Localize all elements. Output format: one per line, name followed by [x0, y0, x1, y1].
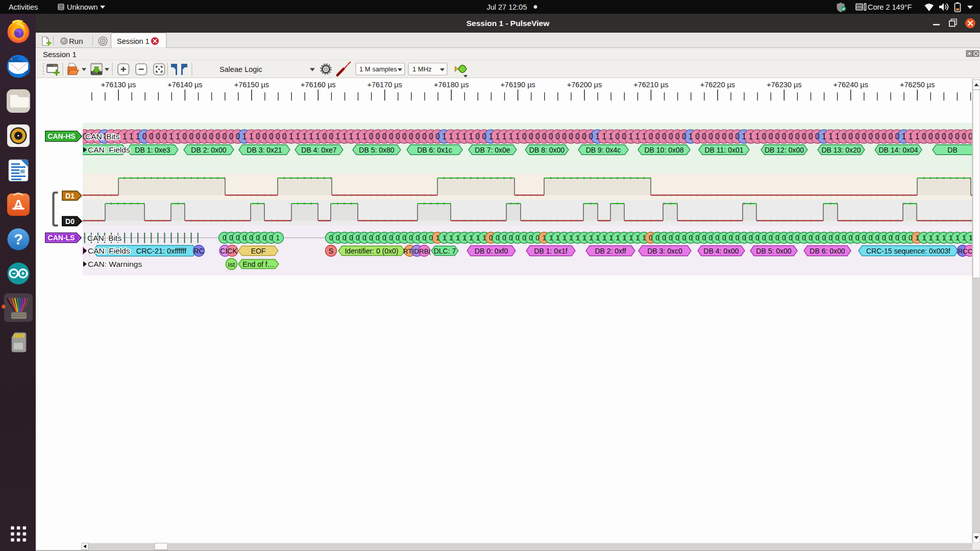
svg-text:0: 0	[256, 132, 260, 141]
svg-text:+76180 µs: +76180 µs	[434, 81, 469, 89]
svg-text:0: 0	[795, 234, 799, 242]
svg-text:DB: DB	[947, 146, 957, 154]
svg-text:1: 1	[909, 132, 913, 141]
svg-text:0: 0	[722, 132, 726, 141]
svg-text:0: 0	[389, 234, 393, 242]
svg-text:0: 0	[749, 234, 753, 242]
svg-text:0: 0	[162, 132, 167, 141]
svg-text:+76230 µs: +76230 µs	[767, 81, 801, 89]
svg-text:Core 2 149°F: Core 2 149°F	[868, 3, 912, 11]
svg-text:0: 0	[736, 234, 740, 242]
svg-text:1: 1	[602, 132, 606, 141]
svg-text:0: 0	[689, 234, 693, 242]
svg-text:DB 5: 0x80: DB 5: 0x80	[359, 146, 394, 154]
svg-text:A: A	[13, 197, 23, 213]
svg-text:0: 0	[242, 234, 247, 242]
svg-text:S: S	[329, 247, 333, 255]
svg-text:1: 1	[289, 132, 293, 141]
svg-text:0: 0	[349, 234, 353, 242]
svg-text:0: 0	[755, 234, 760, 242]
svg-text:1: 1	[542, 234, 546, 242]
svg-text:1: 1	[169, 132, 174, 141]
svg-text:0: 0	[695, 132, 700, 141]
svg-text:0: 0	[922, 132, 926, 141]
svg-text:CAN: Bits: CAN: Bits	[87, 234, 121, 242]
svg-text:1: 1	[942, 234, 946, 242]
svg-text:0: 0	[868, 132, 873, 141]
svg-text:DB 3: 0x21: DB 3: 0x21	[247, 146, 282, 154]
svg-text:0: 0	[662, 132, 667, 141]
svg-text:1: 1	[335, 132, 340, 141]
svg-text:0: 0	[376, 132, 380, 141]
svg-text:0: 0	[329, 234, 333, 242]
svg-text:0: 0	[376, 234, 380, 242]
svg-text:0: 0	[422, 132, 427, 141]
svg-text:Activities: Activities	[9, 3, 38, 11]
svg-text:0: 0	[529, 132, 533, 141]
svg-text:1: 1	[242, 132, 247, 141]
svg-text:0: 0	[708, 132, 713, 141]
svg-text:0: 0	[855, 132, 860, 141]
svg-text:0: 0	[535, 234, 540, 242]
svg-text:RCC: RCC	[958, 247, 972, 255]
svg-text:1: 1	[642, 234, 646, 242]
svg-text:ist: ist	[228, 261, 235, 268]
svg-text:Identifier: 0 (0x0): Identifier: 0 (0x0)	[345, 247, 398, 255]
svg-text:+76250 µs: +76250 µs	[900, 81, 935, 89]
svg-text:0: 0	[569, 132, 573, 141]
svg-text:+76160 µs: +76160 µs	[301, 81, 335, 89]
svg-text:0: 0	[276, 132, 280, 141]
svg-text:0: 0	[409, 132, 413, 141]
svg-text:1: 1	[935, 234, 939, 242]
svg-text:1: 1	[469, 234, 473, 242]
svg-text:1: 1	[495, 132, 500, 141]
svg-text:CAN: Bits: CAN: Bits	[85, 132, 119, 141]
svg-text:1: 1	[449, 234, 453, 242]
svg-text:0: 0	[762, 234, 766, 242]
svg-text:0: 0	[789, 132, 793, 141]
svg-text:0: 0	[282, 132, 287, 141]
svg-text:0: 0	[549, 132, 553, 141]
svg-text:0: 0	[669, 132, 673, 141]
svg-text:0: 0	[236, 234, 240, 242]
svg-text:0: 0	[415, 234, 420, 242]
svg-text:0: 0	[935, 132, 940, 141]
svg-text:0: 0	[496, 234, 500, 242]
svg-text:0: 0	[881, 132, 886, 141]
svg-text:1: 1	[249, 132, 254, 141]
svg-text:1: 1	[902, 132, 906, 141]
svg-text:0: 0	[875, 234, 879, 242]
svg-text:DB 4: 0x00: DB 4: 0x00	[703, 247, 739, 255]
svg-text:1 MHz: 1 MHz	[412, 65, 432, 73]
svg-text:Saleae Logic: Saleae Logic	[219, 65, 262, 73]
svg-text:0: 0	[842, 234, 846, 242]
svg-text:0: 0	[475, 132, 480, 141]
svg-text:DB 11: 0x01: DB 11: 0x01	[704, 146, 743, 154]
svg-text:0: 0	[928, 132, 933, 141]
svg-text:1: 1	[476, 234, 480, 242]
svg-text:0: 0	[769, 234, 773, 242]
svg-text:1: 1	[516, 132, 520, 141]
svg-text:0: 0	[402, 132, 407, 141]
svg-text:0: 0	[575, 132, 580, 141]
svg-text:0: 0	[142, 132, 147, 141]
svg-text:0: 0	[888, 132, 893, 141]
svg-text:0: 0	[329, 132, 333, 141]
svg-text:1: 1	[596, 234, 600, 242]
svg-text:DB 10: 0x08: DB 10: 0x08	[644, 146, 683, 154]
svg-text:0: 0	[682, 132, 687, 141]
svg-text:1: 1	[609, 234, 613, 242]
svg-text:0: 0	[782, 132, 787, 141]
svg-text:0: 0	[729, 234, 733, 242]
svg-text:0: 0	[789, 234, 793, 242]
svg-text:0: 0	[369, 234, 373, 242]
svg-text:0: 0	[423, 234, 427, 242]
svg-text:0: 0	[675, 234, 679, 242]
svg-text:1: 1	[969, 234, 973, 242]
svg-text:0: 0	[662, 234, 666, 242]
svg-text:1: 1	[449, 132, 453, 141]
svg-text:0: 0	[815, 132, 820, 141]
svg-text:1: 1	[355, 132, 360, 141]
svg-text:1: 1	[569, 234, 573, 242]
svg-text:1: 1	[582, 234, 586, 242]
